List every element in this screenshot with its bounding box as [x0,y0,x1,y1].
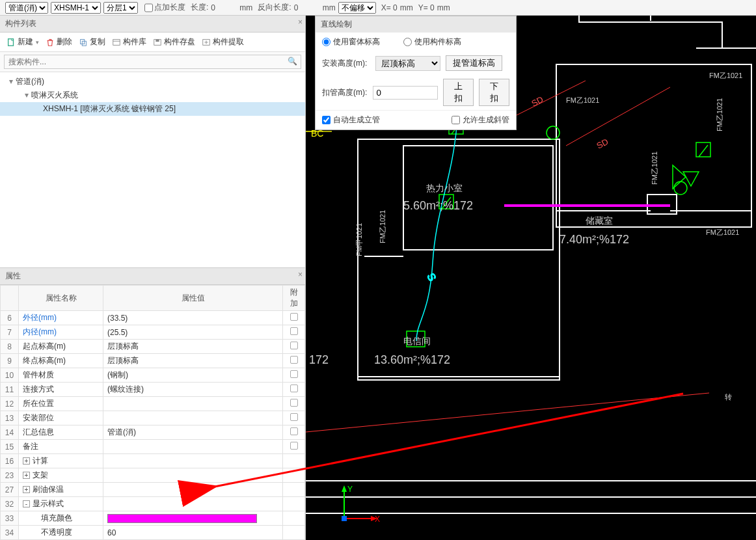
offset-select[interactable]: 不偏移 [338,2,376,14]
length-value: 0 [211,3,237,12]
allow-slant-checkbox[interactable]: 允许生成斜管 [452,115,509,126]
table-row[interactable]: 15备注 [1,440,305,454]
save-icon [153,38,162,47]
radio-window-elevation[interactable]: 使用窗体标高 [322,36,380,47]
table-row[interactable]: 7内径(mm)(25.5) [1,325,305,340]
table-row[interactable]: 33填充颜色 [1,511,305,526]
svg-rect-54 [342,516,347,521]
svg-text:FM乙1021: FM乙1021 [716,98,723,131]
left-panel: 构件列表 × 新建▾ 删除 复制 构件库 构件存盘 [0,16,306,540]
trash-icon [46,38,55,47]
svg-text:FM乙1021: FM乙1021 [706,228,739,236]
svg-text:X: X [375,515,380,524]
svg-text:7.40m²;%172: 7.40m²;%172 [560,233,629,246]
svg-line-29 [306,393,709,432]
search-input[interactable] [4,55,301,69]
table-row[interactable]: 32-显示样式 [1,497,305,511]
table-row[interactable]: 6外径(mm)(33.5) [1,311,305,325]
chevron-down-icon: ▾ [36,39,39,46]
search-bar: 🔍 [0,52,305,72]
new-icon [7,38,16,47]
y-label: Y= 0 [418,3,435,12]
length-unit: mm [239,3,252,12]
table-row[interactable]: 12所在位置 [1,397,305,411]
tree-node-component[interactable]: XHSMH-1 [喷淋灭火系统 镀锌钢管 25] [0,102,305,116]
table-row[interactable]: 8起点标高(m)层顶标高 [1,340,305,354]
svg-rect-22 [696,142,710,157]
deduct-up-button[interactable]: 上扣 [443,79,474,106]
install-height-label: 安装高度(m): [322,58,370,69]
layer-select[interactable]: 分层1 [103,2,138,14]
line-draw-dialog[interactable]: 直线绘制 使用窗体标高 使用构件标高 安装高度(m): 层顶标高 提管道标高 扣… [315,16,517,130]
svg-text:FM甲1021: FM甲1021 [355,223,363,256]
svg-text:储藏室: 储藏室 [586,215,613,226]
deduct-height-label: 扣管高度(m): [322,87,368,98]
drawing-canvas[interactable]: S 热力小室 5.60m²;%172 储藏室 7.40m²;%172 电信间 1… [306,16,756,540]
copy-button[interactable]: 复制 [76,35,108,49]
svg-text:电信间: 电信间 [403,336,431,346]
revlen-label: 反向长度: [258,2,291,13]
pipe-type-select[interactable]: 管道(消) [5,2,48,14]
svg-text:热力小室: 热力小室 [426,183,463,193]
library-button[interactable]: 构件库 [109,35,149,49]
y-unit: mm [437,3,450,12]
table-row[interactable]: 14汇总信息管道(消) [1,425,305,440]
table-row[interactable]: 11连接方式(螺纹连接) [1,383,305,397]
table-row[interactable]: 23+支架 [1,468,305,483]
svg-rect-0 [8,38,14,46]
table-row[interactable]: 10管件材质(钢制) [1,368,305,383]
search-icon[interactable]: 🔍 [288,57,297,66]
svg-rect-9 [403,146,553,250]
svg-rect-3 [113,39,120,45]
component-toolbar: 新建▾ 删除 复制 构件库 构件存盘 构件提取 [0,33,305,52]
library-icon [112,38,121,47]
close-icon[interactable]: × [298,18,303,27]
deduct-height-input[interactable] [373,86,438,100]
add-length-checkbox[interactable] [144,2,153,14]
svg-rect-8 [358,139,560,380]
svg-point-25 [674,182,687,195]
table-row[interactable]: 13安装部位 [1,411,305,425]
table-row[interactable]: 27+刷油保温 [1,483,305,497]
install-height-select[interactable]: 层顶标高 [375,56,440,71]
auto-riser-checkbox[interactable]: 自动生成立管 [322,115,380,126]
x-label: X= 0 [381,3,398,12]
svg-text:13.60m²;%172: 13.60m²;%172 [374,353,450,366]
component-tree[interactable]: ▾管道(消) ▾喷淋灭火系统 XHSMH-1 [喷淋灭火系统 镀锌钢管 25] [0,72,305,267]
svg-text:FM乙1021: FM乙1021 [651,152,658,185]
length-label: 长度: [191,2,208,13]
svg-text:172: 172 [309,353,329,366]
radio-component-elevation[interactable]: 使用构件标高 [403,36,461,47]
col-value: 属性值 [103,286,283,311]
svg-text:FM乙1021: FM乙1021 [379,210,386,243]
col-extra: 附加 [283,286,305,311]
tree-node-system[interactable]: ▾喷淋灭火系统 [0,88,305,102]
add-length-label: 点加长度 [154,2,185,13]
svg-text:转: 转 [725,393,732,401]
svg-text:S: S [425,271,438,283]
col-name: 属性名称 [19,286,103,311]
tree-node-root[interactable]: ▾管道(消) [0,75,305,88]
delete-button[interactable]: 删除 [43,35,75,49]
dialog-title: 直线绘制 [316,16,516,33]
svg-text:SD: SD [530,94,545,109]
axis-gizmo: Y X [334,483,386,528]
svg-marker-51 [342,485,347,492]
deduct-down-button[interactable]: 下扣 [479,79,509,106]
svg-text:5.60m²;%172: 5.60m²;%172 [403,199,473,212]
properties-title: 属性 × [0,268,305,285]
svg-text:Y: Y [347,485,353,494]
component-list-title: 构件列表 × [0,16,305,33]
save-button[interactable]: 构件存盘 [150,35,198,49]
svg-text:FM乙1021: FM乙1021 [709,72,742,79]
top-options-bar: 管道(消) XHSMH-1 分层1 点加长度 长度: 0 mm 反向长度: 0 … [0,0,756,16]
new-button[interactable]: 新建▾ [4,35,42,49]
table-row[interactable]: 34不透明度60 [1,526,305,540]
lift-elevation-button[interactable]: 提管道标高 [446,55,502,71]
properties-table[interactable]: 属性名称 属性值 附加 6外径(mm)(33.5)7内径(mm)(25.5)8起… [0,285,305,540]
component-select[interactable]: XHSMH-1 [51,2,101,14]
close-icon[interactable]: × [298,270,303,279]
table-row[interactable]: 9终点标高(m)层顶标高 [1,354,305,368]
extract-button[interactable]: 构件提取 [199,35,247,49]
table-row[interactable]: 16+计算 [1,454,305,468]
